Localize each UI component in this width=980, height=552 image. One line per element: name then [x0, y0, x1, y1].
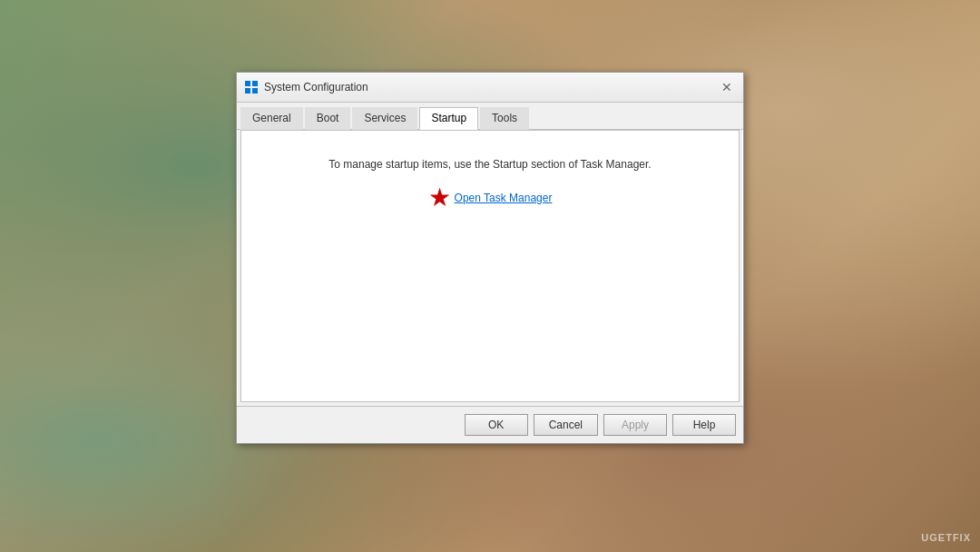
title-bar: System Configuration ✕ — [237, 73, 743, 103]
open-task-manager-link[interactable]: Open Task Manager — [455, 192, 553, 204]
svg-rect-0 — [245, 81, 250, 86]
tab-boot[interactable]: Boot — [305, 107, 351, 130]
desktop: System Configuration ✕ General Boot Serv… — [0, 0, 980, 552]
svg-rect-3 — [252, 88, 258, 94]
window-icon — [244, 80, 259, 94]
apply-button[interactable]: Apply — [603, 414, 667, 436]
tab-services[interactable]: Services — [352, 107, 417, 130]
svg-rect-1 — [252, 81, 258, 86]
tab-tools[interactable]: Tools — [480, 107, 529, 130]
window-title: System Configuration — [264, 81, 368, 94]
system-configuration-window: System Configuration ✕ General Boot Serv… — [236, 72, 744, 444]
help-button[interactable]: Help — [672, 414, 736, 436]
tab-general[interactable]: General — [240, 107, 303, 130]
svg-rect-2 — [245, 88, 250, 94]
title-bar-left: System Configuration — [244, 80, 368, 94]
tab-bar: General Boot Services Startup Tools — [237, 103, 743, 130]
button-bar: OK Cancel Apply Help — [237, 406, 743, 443]
cancel-button[interactable]: Cancel — [534, 414, 598, 436]
info-text: To manage startup items, use the Startup… — [328, 158, 651, 171]
tab-startup[interactable]: Startup — [419, 107, 478, 130]
close-button[interactable]: ✕ — [718, 78, 736, 96]
content-area: To manage startup items, use the Startup… — [240, 130, 740, 402]
link-container: ★ Open Task Manager — [428, 185, 553, 211]
star-icon: ★ — [428, 185, 451, 211]
ok-button[interactable]: OK — [465, 414, 528, 436]
watermark: UGETFIX — [921, 532, 971, 543]
